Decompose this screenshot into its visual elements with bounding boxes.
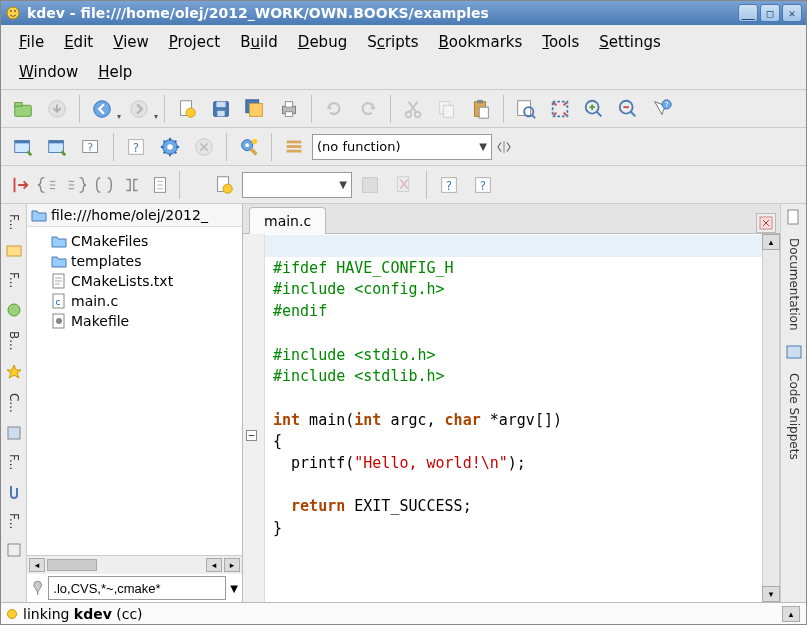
cut-button[interactable] — [397, 93, 429, 125]
empty-selector[interactable]: ▼ — [242, 172, 352, 198]
output-panel[interactable]: linking kdev (cc) ▴ — [1, 602, 806, 624]
menu-view[interactable]: View — [103, 29, 159, 55]
list-toggle-button[interactable] — [278, 131, 310, 163]
tree-item-cmakelists-txt[interactable]: CMakeLists.txt — [29, 271, 240, 291]
open-project-button[interactable] — [7, 93, 39, 125]
left-tab-3[interactable]: B... — [5, 325, 23, 357]
file-filter-input[interactable] — [48, 576, 226, 600]
fullscreen-button[interactable] — [544, 93, 576, 125]
left-tab-1[interactable]: F... — [5, 208, 23, 236]
save-all-button[interactable] — [239, 93, 271, 125]
svg-point-7 — [131, 100, 148, 117]
file-tree-path[interactable]: file:///home/olej/2012_ — [27, 204, 242, 227]
maximize-button[interactable]: □ — [760, 4, 780, 22]
help4-button[interactable]: ? — [467, 169, 499, 201]
right-tab-documentation[interactable]: Documentation — [785, 232, 803, 337]
menu-edit[interactable]: Edit — [54, 29, 103, 55]
find-button[interactable] — [510, 93, 542, 125]
tree-item-makefile[interactable]: Makefile — [29, 311, 240, 331]
left-tab-5[interactable]: F... — [5, 448, 23, 476]
undo-button[interactable] — [318, 93, 350, 125]
fold-toggle[interactable]: − — [246, 430, 257, 441]
new-window2-button[interactable] — [41, 131, 73, 163]
brace4-button[interactable] — [119, 172, 145, 198]
svg-text:?: ? — [133, 140, 139, 154]
menu-file[interactable]: File — [9, 29, 54, 55]
left-icon-2[interactable] — [5, 301, 23, 319]
editor-vscroll[interactable]: ▴ ▾ — [762, 234, 780, 602]
back-button[interactable] — [86, 93, 118, 125]
snippet-icon[interactable] — [785, 343, 803, 361]
doc-button[interactable] — [147, 172, 173, 198]
file-tree[interactable]: CMakeFilestemplatesCMakeLists.txtcmain.c… — [27, 227, 242, 555]
file-tree-hscroll[interactable]: ◂ ◂ ▸ — [27, 556, 242, 574]
indent-down-button[interactable] — [7, 172, 33, 198]
zoom-out-button[interactable] — [612, 93, 644, 125]
save2-button[interactable] — [354, 169, 386, 201]
paste-button[interactable] — [465, 93, 497, 125]
new-file-button[interactable] — [171, 93, 203, 125]
menu-project[interactable]: Project — [159, 29, 230, 55]
menu-tools[interactable]: Tools — [532, 29, 589, 55]
left-icon-4[interactable] — [5, 541, 23, 559]
editor-gutter[interactable]: − — [243, 234, 265, 602]
scroll-left-button[interactable]: ◂ — [29, 558, 45, 572]
menu-window[interactable]: Window — [9, 59, 88, 85]
left-tab-4[interactable]: C... — [5, 387, 23, 419]
menu-help[interactable]: Help — [88, 59, 142, 85]
minimize-button[interactable]: __ — [738, 4, 758, 22]
whats-this-button[interactable]: ? — [646, 93, 678, 125]
left-tab-2[interactable]: F... — [5, 266, 23, 294]
brace2-button[interactable] — [63, 172, 89, 198]
help3-button[interactable]: ? — [433, 169, 465, 201]
help-window-button[interactable]: ? — [75, 131, 107, 163]
left-tab-6[interactable]: F... — [5, 507, 23, 535]
menu-build[interactable]: Build — [230, 29, 288, 55]
close-button[interactable]: ✕ — [782, 4, 802, 22]
doc-icon[interactable] — [785, 208, 803, 226]
tab-close-button[interactable] — [756, 213, 776, 233]
down-button[interactable] — [41, 93, 73, 125]
delete-button[interactable] — [388, 169, 420, 201]
stop-button[interactable] — [188, 131, 220, 163]
help2-button[interactable]: ? — [120, 131, 152, 163]
brace1-button[interactable] — [35, 172, 61, 198]
copy-button[interactable] — [431, 93, 463, 125]
zoom-in-button[interactable] — [578, 93, 610, 125]
print-button[interactable] — [273, 93, 305, 125]
tree-item-templates[interactable]: templates — [29, 251, 240, 271]
build-button[interactable] — [233, 131, 265, 163]
left-icon-3[interactable] — [5, 424, 23, 442]
tree-item-cmakefiles[interactable]: CMakeFiles — [29, 231, 240, 251]
scroll-down-button[interactable]: ▾ — [762, 586, 780, 602]
menu-scripts[interactable]: Scripts — [357, 29, 428, 55]
svg-text:?: ? — [665, 100, 669, 109]
menu-bookmarks[interactable]: Bookmarks — [429, 29, 533, 55]
redo-button[interactable] — [352, 93, 384, 125]
sync-button[interactable] — [494, 131, 514, 163]
scroll-up-button[interactable]: ▴ — [762, 234, 780, 250]
tree-item-main-c[interactable]: cmain.c — [29, 291, 240, 311]
forward-button[interactable] — [123, 93, 155, 125]
left-icon-clip[interactable] — [5, 483, 23, 501]
main-area: F... F... B... C... F... F... file:///ho… — [1, 204, 806, 602]
left-icon-star[interactable] — [5, 363, 23, 381]
code-editor[interactable]: #ifdef HAVE_CONFIG_H #include <config.h>… — [265, 234, 762, 602]
scroll-right1-button[interactable]: ◂ — [206, 558, 222, 572]
save-button[interactable] — [205, 93, 237, 125]
menu-settings[interactable]: Settings — [589, 29, 671, 55]
svg-point-0 — [7, 7, 19, 19]
editor-tab-main-c[interactable]: main.c — [249, 207, 326, 234]
right-tab-snippets[interactable]: Code Snippets — [785, 367, 803, 466]
brace3-button[interactable] — [91, 172, 117, 198]
gear-button[interactable] — [154, 131, 186, 163]
svg-rect-47 — [287, 145, 302, 148]
scroll-thumb[interactable] — [47, 559, 97, 571]
menu-debug[interactable]: Debug — [288, 29, 357, 55]
scroll-right2-button[interactable]: ▸ — [224, 558, 240, 572]
new-window-button[interactable] — [7, 131, 39, 163]
left-icon-1[interactable] — [5, 242, 23, 260]
output-scroll-up[interactable]: ▴ — [782, 606, 800, 622]
function-selector[interactable]: (no function)▼ — [312, 134, 492, 160]
new-doc-button[interactable] — [208, 169, 240, 201]
